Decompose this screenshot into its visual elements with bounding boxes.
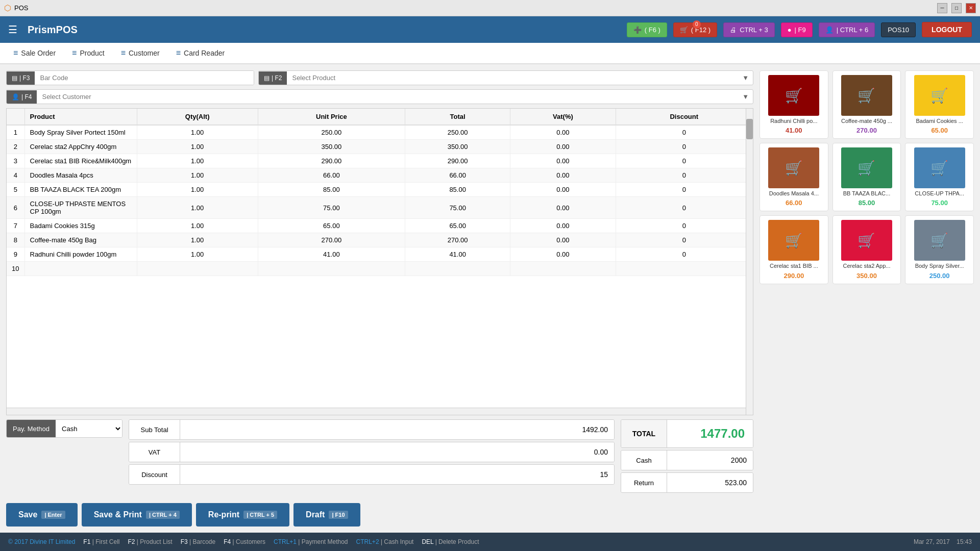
- customer-label: Customer: [129, 49, 160, 57]
- product-image: 🛒: [768, 147, 819, 188]
- table-scroll-vertical[interactable]: [746, 109, 753, 415]
- customer-menu[interactable]: ≡ Customer: [114, 45, 167, 61]
- product-card[interactable]: 🛒 Doodles Masala 4... 66.00: [760, 143, 828, 211]
- product-card[interactable]: 🛒 Coffee-mate 450g ... 270.00: [832, 70, 901, 139]
- row-no: 4: [7, 168, 24, 183]
- window-controls[interactable]: ─ □ ✕: [937, 3, 976, 13]
- table-row[interactable]: 9 Radhuni Chilli powder 100gm 1.00 41.00…: [7, 247, 753, 262]
- barcode-field: ▤ | F3: [6, 70, 254, 85]
- barcode-input[interactable]: [35, 71, 254, 85]
- sale-order-menu[interactable]: ≡ Sale Order: [6, 45, 63, 61]
- row-total: 75.00: [405, 197, 510, 219]
- row-qty: 1.00: [137, 219, 258, 233]
- table-row[interactable]: 5 BB TAAZA BLACK TEA 200gm 1.00 85.00 85…: [7, 183, 753, 197]
- discount-input[interactable]: [186, 470, 608, 479]
- row-no: 7: [7, 219, 24, 233]
- product-card[interactable]: 🛒 Cerelac sta1 BIB ... 290.00: [760, 215, 828, 284]
- hamburger-menu[interactable]: ☰: [8, 23, 17, 36]
- close-button[interactable]: ✕: [966, 3, 976, 13]
- f9-label: | F9: [795, 26, 806, 34]
- total-label: TOTAL: [621, 420, 667, 447]
- product-menu[interactable]: ≡ Product: [65, 45, 112, 61]
- product-card[interactable]: 🛒 BB TAAZA BLAC... 85.00: [832, 143, 901, 211]
- row-total: 290.00: [405, 154, 510, 168]
- row-unit-price: 65.00: [258, 219, 405, 233]
- vat-label: VAT: [129, 442, 180, 462]
- vat-value: 0.00: [180, 442, 614, 462]
- f9-button[interactable]: ● | F9: [781, 22, 813, 37]
- row-discount: 0: [616, 219, 752, 233]
- reprint-button[interactable]: Re-print | CTRL + 5: [196, 503, 289, 527]
- product-image: 🛒: [914, 147, 965, 188]
- product-card-name: Cerelac sta2 App...: [843, 263, 891, 269]
- table-row[interactable]: 10: [7, 262, 753, 276]
- footer-copyright: © 2017 Divine IT Limited: [8, 538, 75, 545]
- row-qty: 1.00: [137, 233, 258, 247]
- plus-icon: ➕: [633, 26, 642, 34]
- table-row[interactable]: 6 CLOSE-UP THPASTE MENTOS CP 100gm 1.00 …: [7, 197, 753, 219]
- save-print-button[interactable]: Save & Print | CTRL + 4: [82, 503, 192, 527]
- ctrl3-button[interactable]: 🖨 CTRL + 3: [723, 22, 775, 37]
- row-no: 9: [7, 247, 24, 262]
- card-reader-menu[interactable]: ≡ Card Reader: [169, 45, 232, 61]
- product-select-field: ▤ | F2 ▼: [258, 70, 753, 85]
- row-product: Cerelac sta2 AppChry 400gm: [24, 140, 137, 154]
- row-discount: 0: [616, 140, 752, 154]
- footer-f3: F3 | Barcode: [181, 538, 216, 545]
- row-product: Badami Cookies 315g: [24, 219, 137, 233]
- table-scroll-horizontal[interactable]: [7, 408, 746, 415]
- product-label: Product: [80, 49, 104, 57]
- row-vat: 0.00: [510, 168, 616, 183]
- f9-icon: ●: [788, 26, 792, 34]
- product-card[interactable]: 🛒 Cerelac sta2 App... 350.00: [832, 215, 901, 284]
- product-icon: ≡: [72, 48, 77, 58]
- product-select-input[interactable]: [287, 71, 738, 85]
- cash-value: 2000: [667, 450, 753, 470]
- customer-input[interactable]: [37, 90, 738, 104]
- row-vat: 0.00: [510, 154, 616, 168]
- row-discount: 0: [616, 197, 752, 219]
- save-button[interactable]: Save | Enter: [6, 503, 78, 527]
- save-shortcut: | Enter: [41, 511, 65, 519]
- logout-button[interactable]: LOGOUT: [922, 22, 972, 37]
- product-card[interactable]: 🛒 Radhuni Chilli po... 41.00: [760, 70, 828, 139]
- row-qty: 1.00: [137, 197, 258, 219]
- order-table: Product Qty(Alt) Unit Price Total Vat(%)…: [7, 109, 753, 276]
- ctrl6-button[interactable]: 👤 | CTRL + 6: [819, 22, 875, 37]
- table-row[interactable]: 3 Cerelac sta1 BIB Rice&Milk400gm 1.00 2…: [7, 154, 753, 168]
- customer-field: 👤 | F4 ▼: [6, 89, 753, 104]
- pos10-button[interactable]: POS10: [881, 22, 916, 37]
- minimize-button[interactable]: ─: [937, 3, 947, 13]
- table-row[interactable]: 1 Body Spray Silver Portect 150ml 1.00 2…: [7, 125, 753, 140]
- table-row[interactable]: 4 Doodles Masala 4pcs 1.00 66.00 66.00 0…: [7, 168, 753, 183]
- draft-shortcut: | F10: [329, 511, 348, 519]
- product-card[interactable]: 🛒 CLOSE-UP THPA... 75.00: [905, 143, 974, 211]
- cart-badge: 0: [693, 20, 701, 29]
- customer-dropdown-arrow[interactable]: ▼: [738, 90, 753, 104]
- row-product: CLOSE-UP THPASTE MENTOS CP 100gm: [24, 197, 137, 219]
- product-dropdown-arrow[interactable]: ▼: [738, 71, 753, 85]
- row-qty: 1.00: [137, 154, 258, 168]
- maximize-button[interactable]: □: [951, 3, 962, 13]
- product-card[interactable]: 🛒 Body Spray Silver... 250.00: [905, 215, 974, 284]
- app-title: PrismPOS: [28, 24, 621, 36]
- ctrl6-label: | CTRL + 6: [837, 26, 869, 34]
- discount-row: Discount: [129, 464, 615, 485]
- product-image: 🛒: [914, 75, 965, 116]
- table-row[interactable]: 2 Cerelac sta2 AppChry 400gm 1.00 350.00…: [7, 140, 753, 154]
- draft-button[interactable]: Draft | F10: [293, 503, 360, 527]
- row-qty: 1.00: [137, 168, 258, 183]
- ctrl6-icon: 👤: [825, 26, 834, 34]
- payment-method-select[interactable]: Cash Card Cheque: [56, 420, 122, 437]
- table-row[interactable]: 8 Coffee-mate 450g Bag 1.00 270.00 270.0…: [7, 233, 753, 247]
- row-total: 65.00: [405, 219, 510, 233]
- product-card-price: 270.00: [856, 127, 877, 134]
- product-card[interactable]: 🛒 Badami Cookies ... 65.00: [905, 70, 974, 139]
- table-row[interactable]: 7 Badami Cookies 315g 1.00 65.00 65.00 0…: [7, 219, 753, 233]
- row-vat: 0.00: [510, 125, 616, 140]
- cash-row: Cash 2000: [621, 450, 753, 470]
- f6-button[interactable]: ➕ ( F6 ): [627, 22, 667, 37]
- discount-value[interactable]: [180, 465, 614, 484]
- col-no: [7, 109, 24, 125]
- row-qty: [137, 262, 258, 276]
